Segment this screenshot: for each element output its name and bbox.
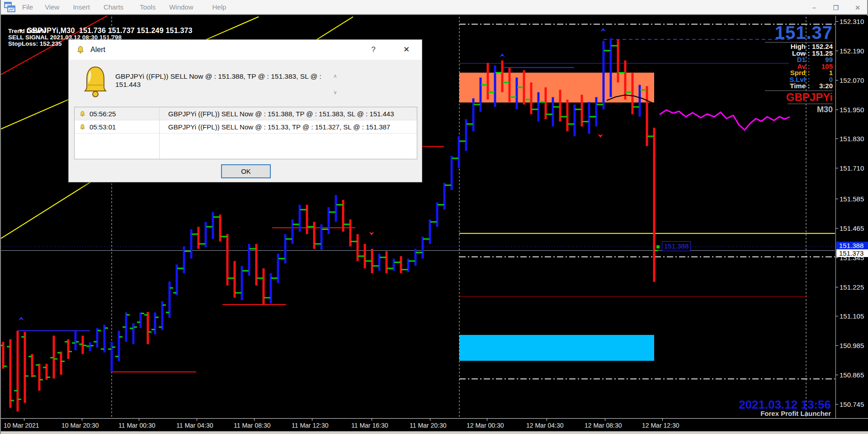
window-bottom-frame — [1, 431, 868, 434]
watermark: 2021.03.12 13:56 Forex Profit Launcher — [739, 399, 831, 417]
table-column-divider — [159, 107, 160, 159]
help-button[interactable]: ? — [367, 43, 380, 56]
alert-time: 05:53:01 — [90, 123, 157, 131]
time-tick — [487, 419, 487, 421]
price-axis-label: 151.225 — [840, 283, 864, 291]
panel-timeframe: M30 — [747, 105, 833, 114]
price-tick — [836, 199, 838, 199]
price-tick — [836, 51, 838, 51]
alert-history-table: 05:56:25 GBPJPYi ((FPL)) SELL Now @ : 15… — [74, 107, 417, 159]
alert-row[interactable]: 05:56:25 GBPJPYi ((FPL)) SELL Now @ : 15… — [75, 107, 417, 120]
time-axis-label: 11 Mar 08:30 — [234, 422, 270, 429]
menu-insert[interactable]: Insert — [73, 3, 90, 11]
time-axis-label: 12 Mar 12:30 — [642, 422, 679, 429]
bid-price-badge: 151.388 — [836, 242, 868, 249]
alert-bell-icon — [81, 65, 109, 98]
price-axis-label: 151.585 — [840, 195, 864, 202]
close-button[interactable]: ✕ — [853, 4, 863, 11]
price-tick — [836, 228, 838, 229]
price-tick — [836, 168, 838, 168]
restore-button[interactable]: ❐ — [831, 4, 841, 11]
app-icon — [4, 2, 16, 13]
price-tick — [836, 375, 838, 375]
price-axis-label: 152.190 — [840, 47, 864, 54]
scroll-down-icon[interactable]: ∨ — [333, 90, 337, 95]
time-tick — [430, 419, 430, 421]
menu-view[interactable]: View — [45, 3, 59, 11]
time-axis-label: 10 Mar 20:30 — [61, 422, 99, 429]
time-tick — [312, 419, 312, 421]
price-axis-label: 151.830 — [840, 135, 864, 143]
trend-label: Trend DOWN — [8, 28, 46, 34]
time-axis-label: 11 Mar 12:30 — [292, 422, 328, 429]
time-tick — [139, 419, 139, 421]
alert-message: GBPJPYi ((FPL)) SELL Now @ : 151.388, TP… — [115, 72, 328, 89]
alert-dialog: Alert ? ✕ GBPJPYi ((FPL)) SELL Now @ : 1… — [68, 39, 422, 182]
alert-time: 05:56:25 — [90, 110, 157, 118]
minimize-button[interactable]: – — [809, 4, 819, 11]
price-axis-label: 152.310 — [840, 18, 864, 25]
dialog-title: Alert — [90, 46, 105, 54]
time-axis-label: 11 Mar 04:30 — [176, 422, 213, 429]
time-axis-label: 12 Mar 00:30 — [467, 422, 504, 429]
time-tick — [662, 419, 663, 421]
price-tick — [836, 287, 838, 287]
price-tick — [836, 404, 838, 405]
menu-tools[interactable]: Tools — [140, 3, 156, 11]
mt4-window: File View Insert Charts Tools Window Hel… — [0, 0, 868, 434]
time-axis-label: 11 Mar 00:30 — [118, 422, 155, 429]
time-axis[interactable]: 10 Mar 202110 Mar 20:3011 Mar 00:3011 Ma… — [1, 418, 868, 431]
price-axis-label: 151.710 — [840, 164, 864, 172]
price-axis-label: 151.465 — [840, 224, 864, 232]
price-tick — [836, 138, 838, 139]
time-tick — [605, 419, 605, 421]
menu-charts[interactable]: Charts — [104, 3, 123, 11]
time-tick — [254, 419, 255, 421]
alert-message-row: GBPJPYi ((FPL)) SELL Now @ : 151.388, TP… — [69, 60, 422, 107]
dialog-close-button[interactable]: ✕ — [399, 43, 414, 56]
price-axis-label: 150.865 — [840, 371, 864, 379]
price-tick — [836, 80, 838, 81]
panel-symbol: GBPJPYi — [747, 92, 833, 103]
time-tick — [24, 419, 24, 421]
info-panel: 151.37 High:152.24 Low:151.25 D1:99 Av:1… — [747, 24, 833, 114]
signal-price-flag: 151.388 — [662, 241, 691, 251]
time-axis-label: 10 Mar 2021 — [4, 422, 39, 429]
time-axis-label: 12 Mar 04:30 — [526, 422, 564, 429]
bell-icon — [79, 110, 86, 117]
alert-dialog-titlebar[interactable]: Alert ? ✕ — [69, 40, 422, 60]
alert-row[interactable]: 05:53:01 GBPJPYi ((FPL)) SELL Now @ : 15… — [75, 120, 417, 134]
time-tick — [547, 419, 547, 421]
alert-text: GBPJPYi ((FPL)) SELL Now @ : 151.33, TP … — [168, 123, 390, 131]
price-tick — [836, 316, 838, 316]
price-axis-label: 150.985 — [840, 342, 864, 349]
ask-price-badge: 151.373 — [836, 249, 868, 257]
time-tick — [372, 419, 372, 421]
menu-help[interactable]: Help — [212, 3, 226, 11]
current-price: 151.37 — [747, 24, 833, 41]
price-axis-label: 151.105 — [840, 312, 864, 320]
price-tick — [836, 110, 838, 110]
watermark-datetime: 2021.03.12 13:56 — [739, 399, 831, 410]
price-tick — [836, 21, 838, 22]
time-axis-label: 11 Mar 16:30 — [351, 422, 388, 429]
time-axis-label: 12 Mar 08:30 — [585, 422, 622, 429]
price-axis[interactable]: 151.388 151.373 152.310152.190152.070151… — [835, 16, 868, 431]
time-tick — [197, 419, 197, 421]
price-axis-label: 152.070 — [840, 76, 864, 84]
bell-icon — [79, 124, 86, 130]
menu-file[interactable]: File — [22, 3, 33, 11]
time-axis-label: 11 Mar 20:30 — [410, 422, 446, 429]
price-tick — [836, 345, 838, 346]
menu-window[interactable]: Window — [169, 3, 193, 11]
stoploss-label: StopLoss: 152.235 — [8, 40, 62, 47]
price-tick — [836, 258, 838, 258]
ok-button[interactable]: OK — [221, 164, 271, 178]
scroll-up-icon[interactable]: ∧ — [333, 73, 337, 79]
time-tick — [82, 419, 82, 421]
bell-icon — [76, 45, 85, 54]
price-axis-label: 150.745 — [840, 401, 864, 408]
menu-bar: File View Insert Charts Tools Window Hel… — [1, 0, 867, 15]
price-axis-label: 151.950 — [840, 105, 864, 113]
alert-text: GBPJPYi ((FPL)) SELL Now @ : 151.388, TP… — [168, 110, 394, 118]
